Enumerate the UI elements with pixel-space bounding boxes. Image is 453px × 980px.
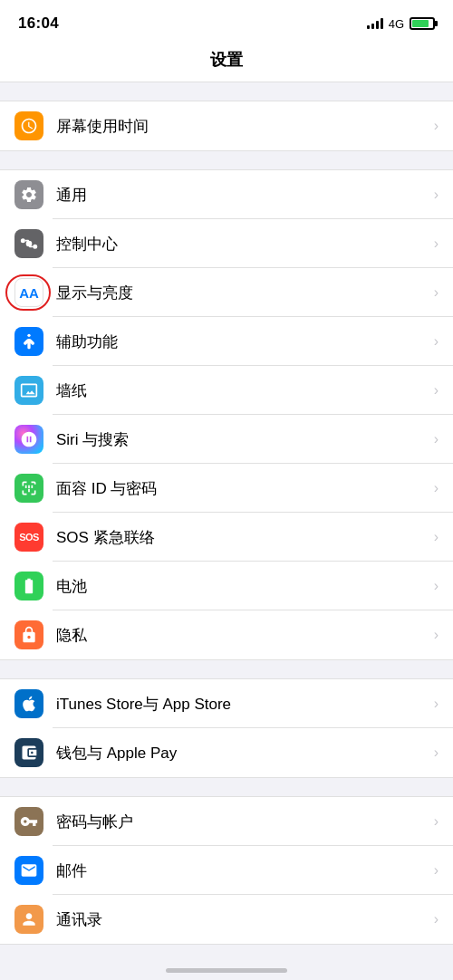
control-center-icon bbox=[14, 229, 43, 258]
general-icon bbox=[14, 180, 43, 209]
privacy-chevron: › bbox=[434, 627, 439, 643]
mail-icon bbox=[14, 856, 43, 885]
faceid-label: 面容 ID 与密码 bbox=[56, 478, 427, 499]
siri-icon bbox=[14, 425, 43, 454]
battery-chevron: › bbox=[434, 578, 439, 594]
store-icon bbox=[14, 689, 43, 718]
status-time: 16:04 bbox=[18, 14, 59, 33]
section-display: 通用 › 控制中心 › AA 显示与亮度 › bbox=[0, 169, 453, 660]
row-accessibility[interactable]: 辅助功能 › bbox=[0, 317, 453, 366]
mail-chevron: › bbox=[434, 862, 439, 879]
screen-time-chevron: › bbox=[434, 118, 439, 134]
nav-title: 设置 bbox=[210, 51, 243, 69]
row-privacy[interactable]: 隐私 › bbox=[0, 610, 453, 659]
general-label: 通用 bbox=[56, 185, 427, 206]
privacy-label: 隐私 bbox=[56, 625, 427, 646]
wallet-label: 钱包与 Apple Pay bbox=[56, 743, 427, 764]
display-chevron: › bbox=[434, 284, 439, 301]
siri-label: Siri 与搜索 bbox=[56, 429, 427, 450]
wallpaper-chevron: › bbox=[434, 382, 439, 399]
sos-label: SOS 紧急联络 bbox=[56, 527, 427, 548]
accessibility-chevron: › bbox=[434, 333, 439, 350]
section-group-4: 密码与帐户 › 邮件 › 通讯录 › bbox=[0, 796, 453, 945]
svg-point-5 bbox=[27, 334, 30, 337]
row-screen-time[interactable]: 屏幕使用时间 › bbox=[0, 101, 453, 150]
contacts-label: 通讯录 bbox=[56, 909, 427, 930]
contacts-chevron: › bbox=[434, 911, 439, 927]
network-label: 4G bbox=[389, 17, 404, 31]
row-faceid[interactable]: 面容 ID 与密码 › bbox=[0, 464, 453, 513]
itunes-chevron: › bbox=[434, 696, 439, 712]
screen-time-label: 屏幕使用时间 bbox=[56, 116, 427, 137]
passwords-label: 密码与帐户 bbox=[56, 812, 427, 832]
contacts-icon bbox=[14, 905, 43, 934]
privacy-icon bbox=[14, 620, 43, 649]
display-icon: AA bbox=[14, 278, 43, 307]
battery-icon-wrap bbox=[14, 572, 43, 600]
row-battery[interactable]: 电池 › bbox=[0, 562, 453, 610]
faceid-icon bbox=[14, 474, 43, 503]
status-icons: 4G bbox=[367, 17, 435, 31]
row-wallet[interactable]: 钱包与 Apple Pay › bbox=[0, 728, 453, 777]
status-bar: 16:04 4G bbox=[0, 0, 453, 40]
nav-bar: 设置 bbox=[0, 40, 453, 82]
accessibility-icon bbox=[14, 327, 43, 356]
control-center-chevron: › bbox=[434, 235, 439, 252]
svg-point-1 bbox=[21, 238, 25, 243]
control-center-label: 控制中心 bbox=[56, 234, 427, 255]
section-accounts: 密码与帐户 › 邮件 › 通讯录 › bbox=[0, 796, 453, 945]
wallet-icon bbox=[14, 738, 43, 767]
section-group-2: 通用 › 控制中心 › AA 显示与亮度 › bbox=[0, 169, 453, 660]
row-wallpaper[interactable]: 墙纸 › bbox=[0, 366, 453, 415]
section-group-3: iTunes Store与 App Store › 钱包与 Apple Pay … bbox=[0, 678, 453, 778]
wallpaper-icon bbox=[14, 376, 43, 405]
row-contacts[interactable]: 通讯录 › bbox=[0, 895, 453, 944]
general-chevron: › bbox=[434, 187, 439, 203]
faceid-chevron: › bbox=[434, 480, 439, 496]
signal-icon bbox=[367, 18, 383, 29]
wallet-chevron: › bbox=[434, 745, 439, 761]
svg-rect-4 bbox=[29, 246, 33, 248]
row-general[interactable]: 通用 › bbox=[0, 170, 453, 219]
wallpaper-label: 墙纸 bbox=[56, 380, 427, 401]
svg-point-0 bbox=[26, 241, 33, 247]
itunes-label: iTunes Store与 App Store bbox=[56, 694, 427, 715]
battery-status-icon bbox=[410, 17, 435, 30]
section-screentime: 屏幕使用时间 › bbox=[0, 101, 453, 151]
screen-time-icon bbox=[14, 111, 43, 140]
passwords-icon bbox=[14, 807, 43, 836]
sos-icon: SOS bbox=[14, 523, 43, 552]
accessibility-label: 辅助功能 bbox=[56, 331, 427, 352]
row-mail[interactable]: 邮件 › bbox=[0, 846, 453, 895]
section-group-1: 屏幕使用时间 › bbox=[0, 101, 453, 151]
svg-rect-3 bbox=[25, 240, 29, 242]
row-siri[interactable]: Siri 与搜索 › bbox=[0, 415, 453, 464]
home-indicator bbox=[166, 968, 287, 973]
row-control-center[interactable]: 控制中心 › bbox=[0, 219, 453, 268]
display-label: 显示与亮度 bbox=[56, 283, 427, 303]
sos-chevron: › bbox=[434, 529, 439, 545]
battery-label: 电池 bbox=[56, 576, 427, 597]
passwords-chevron: › bbox=[434, 813, 439, 830]
svg-point-2 bbox=[33, 245, 37, 249]
row-display[interactable]: AA 显示与亮度 › bbox=[0, 268, 453, 317]
siri-chevron: › bbox=[434, 431, 439, 447]
section-store: iTunes Store与 App Store › 钱包与 Apple Pay … bbox=[0, 678, 453, 778]
row-passwords[interactable]: 密码与帐户 › bbox=[0, 797, 453, 846]
row-sos[interactable]: SOS SOS 紧急联络 › bbox=[0, 513, 453, 562]
mail-label: 邮件 bbox=[56, 860, 427, 881]
row-itunes[interactable]: iTunes Store与 App Store › bbox=[0, 679, 453, 728]
